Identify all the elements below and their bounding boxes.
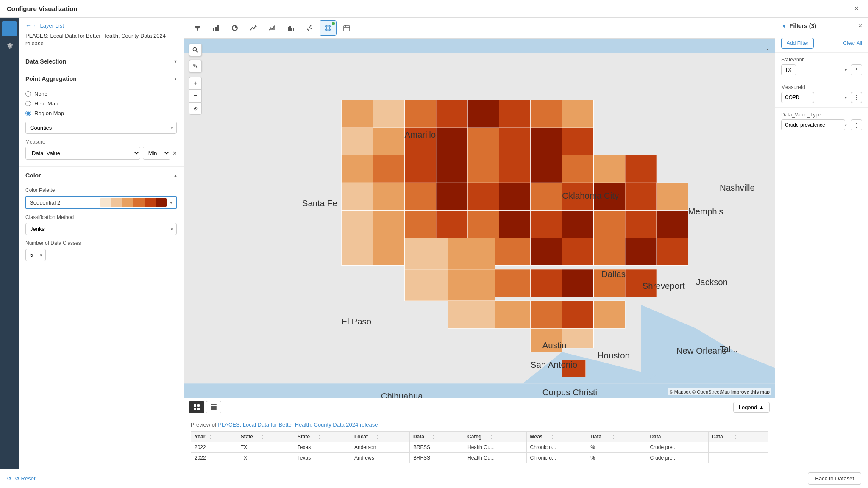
col-category-menu[interactable]: ⋮ bbox=[489, 435, 493, 439]
back-to-dataset-button[interactable]: Back to Dataset bbox=[808, 472, 861, 485]
svg-rect-6 bbox=[288, 27, 289, 31]
svg-point-11 bbox=[309, 27, 310, 28]
swatch-seg-1 bbox=[100, 198, 111, 207]
county-cell bbox=[342, 155, 373, 183]
measure-select[interactable]: Data_Value Count bbox=[25, 147, 140, 160]
map-container[interactable]: ⋮ bbox=[184, 39, 775, 398]
legend-button[interactable]: Legend ▲ bbox=[733, 402, 770, 413]
heatmap-radio[interactable] bbox=[25, 101, 31, 106]
col-location-menu[interactable]: ⋮ bbox=[375, 435, 379, 439]
filter-select-stateabbr[interactable]: TX CA NY bbox=[781, 64, 796, 75]
settings-sidebar-btn[interactable] bbox=[2, 38, 17, 53]
map-search-control bbox=[189, 44, 202, 56]
filter-tool-btn[interactable] bbox=[189, 20, 206, 36]
none-radio-item[interactable]: None bbox=[25, 91, 177, 97]
col-data-source-menu[interactable]: ⋮ bbox=[431, 435, 436, 439]
cell-data3-2 bbox=[708, 453, 768, 463]
cell-year-2: 2022 bbox=[191, 453, 237, 463]
measure-clear-button[interactable]: × bbox=[173, 150, 177, 157]
config-panel: ← ← Layer List PLACES: Local Data for Be… bbox=[19, 18, 184, 469]
svg-rect-29 bbox=[194, 408, 196, 410]
zoom-in-button[interactable]: + bbox=[189, 77, 202, 89]
table-icon bbox=[193, 404, 200, 410]
layers-sidebar-btn[interactable] bbox=[2, 21, 17, 36]
pie-chart-tool-btn[interactable] bbox=[226, 20, 243, 36]
add-filter-button[interactable]: Add Filter bbox=[781, 38, 814, 49]
grid-view-button[interactable] bbox=[206, 401, 221, 413]
county-cell bbox=[499, 128, 530, 155]
preview-link[interactable]: PLACES: Local Data for Better Health, Co… bbox=[218, 421, 378, 428]
county-cell bbox=[404, 269, 448, 301]
col-data3-menu[interactable]: ⋮ bbox=[733, 435, 737, 439]
filter-select-measureid[interactable]: COPD DIABETES OBESITY bbox=[781, 92, 814, 103]
scatter-tool-btn[interactable] bbox=[301, 20, 318, 36]
palette-selector[interactable]: Sequential 2 ▾ bbox=[25, 196, 177, 209]
region-dropdown[interactable]: Counties States Zip Codes bbox=[25, 122, 177, 134]
col-measure-menu[interactable]: ⋮ bbox=[550, 435, 554, 439]
col-year-menu[interactable]: ⋮ bbox=[209, 435, 213, 439]
reset-button[interactable]: ↺ ↺ Reset bbox=[7, 475, 36, 482]
county-cell bbox=[404, 238, 448, 269]
map-edit-button[interactable]: ✎ bbox=[189, 60, 202, 72]
color-section-header[interactable]: Color ▴ bbox=[19, 167, 184, 184]
memphis-label: Memphis bbox=[688, 206, 723, 216]
table-view-button[interactable] bbox=[189, 401, 204, 413]
filter-stateabbr-more-button[interactable]: ⋮ bbox=[851, 64, 862, 75]
county-cell bbox=[495, 301, 531, 328]
filters-close-button[interactable]: × bbox=[858, 22, 862, 30]
county-cell bbox=[562, 210, 593, 238]
filter-measureid-more-button[interactable]: ⋮ bbox=[851, 92, 862, 103]
heatmap-radio-item[interactable]: Heat Map bbox=[25, 100, 177, 107]
county-cell bbox=[657, 238, 688, 265]
map-tool-btn[interactable] bbox=[320, 20, 337, 36]
regionmap-radio[interactable] bbox=[25, 111, 31, 116]
county-cell bbox=[562, 301, 593, 328]
back-arrow-icon: ← bbox=[25, 22, 31, 29]
palette-name: Sequential 2 bbox=[30, 200, 97, 206]
classes-select[interactable]: 3 4 5 6 7 8 bbox=[25, 249, 46, 261]
county-cell bbox=[531, 128, 562, 155]
layer-title: PLACES: Local Data for Better Health, Co… bbox=[19, 30, 184, 53]
county-cell bbox=[495, 238, 531, 265]
col-state-name-menu[interactable]: ⋮ bbox=[317, 435, 322, 439]
color-section: Color ▴ Color Palette Sequential 2 bbox=[19, 167, 184, 268]
cell-data1-1: % bbox=[587, 442, 646, 453]
filter-field-measureid: MeasureId bbox=[781, 84, 862, 90]
data-selection-header[interactable]: Data Selection ▾ bbox=[19, 53, 184, 70]
close-button[interactable]: × bbox=[851, 3, 861, 14]
point-aggregation-header[interactable]: Point Aggregation ▴ bbox=[19, 70, 184, 87]
clear-all-button[interactable]: Clear All bbox=[843, 38, 862, 49]
filter-select-data-value-type[interactable]: Crude prevalence Age-adjusted prevalence bbox=[781, 119, 845, 130]
svg-rect-4 bbox=[215, 27, 217, 31]
col-state-abbr-menu[interactable]: ⋮ bbox=[260, 435, 264, 439]
county-cell bbox=[467, 183, 499, 210]
line-chart-tool-btn[interactable] bbox=[245, 20, 262, 36]
zoom-reset-button[interactable]: ⊙ bbox=[189, 102, 202, 115]
map-more-button[interactable]: ⋮ bbox=[764, 42, 771, 51]
col-data1-menu[interactable]: ⋮ bbox=[612, 435, 616, 439]
county-cell bbox=[467, 210, 499, 238]
heatmap-radio-label: Heat Map bbox=[34, 100, 58, 107]
svg-rect-30 bbox=[197, 408, 200, 410]
county-cell bbox=[562, 238, 593, 265]
histogram-tool-btn[interactable] bbox=[282, 20, 299, 36]
none-radio[interactable] bbox=[25, 91, 31, 97]
calendar-tool-btn[interactable] bbox=[338, 20, 355, 36]
county-cell bbox=[531, 238, 562, 265]
zoom-out-button[interactable]: − bbox=[189, 89, 202, 102]
filter-data-value-type-more-button[interactable]: ⋮ bbox=[851, 119, 862, 130]
bar-chart-tool-btn[interactable] bbox=[208, 20, 225, 36]
map-search-button[interactable] bbox=[189, 44, 202, 56]
back-to-layer-list[interactable]: ← ← Layer List bbox=[19, 18, 184, 30]
regionmap-radio-item[interactable]: Region Map bbox=[25, 110, 177, 116]
color-palette-label: Color Palette bbox=[25, 187, 177, 193]
filter-select-measureid-wrapper: COPD DIABETES OBESITY bbox=[781, 92, 849, 103]
area-chart-tool-btn[interactable] bbox=[264, 20, 281, 36]
svg-rect-3 bbox=[213, 28, 214, 31]
min-select[interactable]: Min Max Sum Avg bbox=[143, 147, 170, 160]
classification-select[interactable]: Jenks Equal Interval Quantile Standard D… bbox=[25, 223, 177, 235]
filter-field-stateabbr: StateAbbr bbox=[781, 57, 862, 63]
swatch-seg-2 bbox=[111, 198, 122, 207]
col-data2-menu[interactable]: ⋮ bbox=[671, 435, 675, 439]
county-cell bbox=[531, 269, 562, 297]
